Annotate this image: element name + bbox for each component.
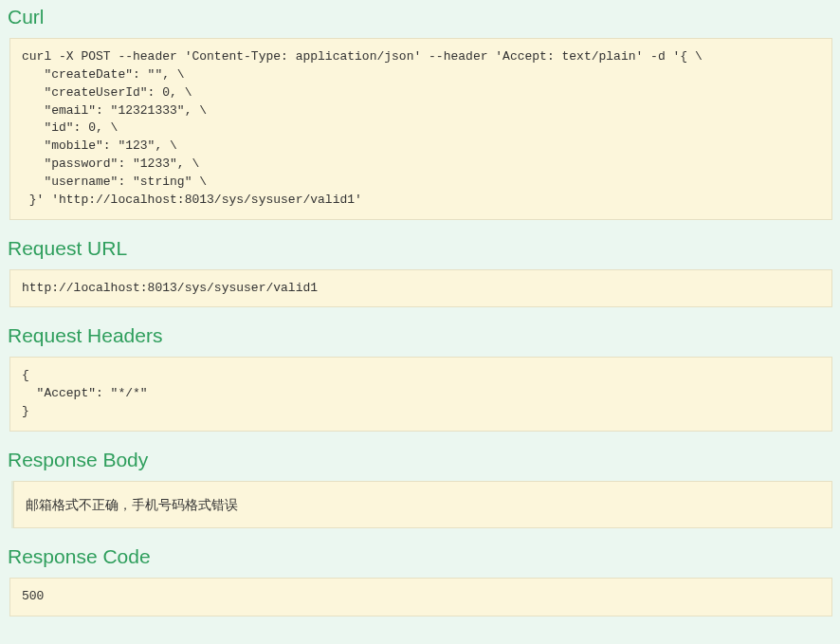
section-title-request-url: Request URL	[8, 237, 832, 260]
section-title-response-code: Response Code	[8, 545, 832, 568]
request-headers-content-block[interactable]: { "Accept": "*/*" }	[9, 357, 832, 432]
section-title-response-body: Response Body	[8, 449, 832, 471]
curl-content-block[interactable]: curl -X POST --header 'Content-Type: app…	[9, 38, 832, 220]
section-title-request-headers: Request Headers	[8, 324, 832, 347]
section-title-curl: Curl	[8, 6, 832, 28]
response-body-content-block[interactable]: 邮箱格式不正确，手机号码格式错误	[13, 481, 832, 528]
response-code-content-block[interactable]: 500	[9, 578, 832, 616]
request-url-content-block[interactable]: http://localhost:8013/sys/sysuser/valid1	[9, 269, 832, 308]
